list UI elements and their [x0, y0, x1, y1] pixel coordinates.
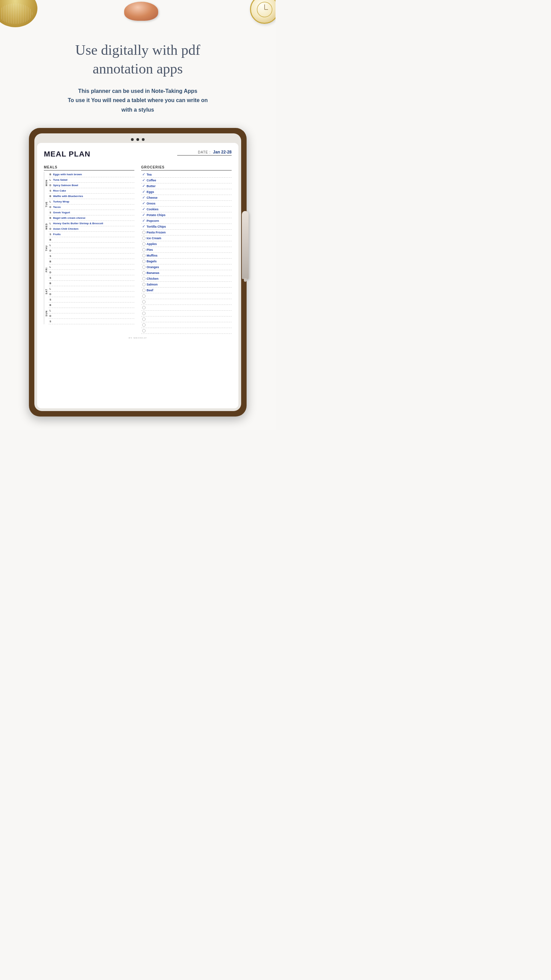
meal-name	[52, 276, 134, 279]
date-section: DATE : Jan 22-28	[177, 150, 232, 156]
groceries-column-header: GROCERIES	[141, 165, 232, 170]
grocery-name: Tea	[146, 173, 152, 176]
camera-bar	[37, 136, 238, 143]
meal-row: LHoney Garlic Butter Shrimp & Broccoli	[49, 221, 134, 226]
camera-dot-2	[137, 138, 139, 141]
grocery-empty-circle	[142, 288, 146, 292]
meal-name	[52, 298, 134, 301]
meal-row: D	[49, 313, 134, 319]
meal-name	[52, 320, 134, 323]
meal-row: BBagel with cream cheese	[49, 215, 134, 221]
grocery-item: Muffins	[141, 253, 232, 259]
grocery-checkbox	[141, 270, 146, 275]
grocery-checkmark: ✓	[141, 213, 146, 218]
grocery-name: Pasta Frozen	[146, 231, 166, 234]
body-text-line1: This planner can be used in Note-Taking …	[21, 86, 255, 95]
meal-row: D	[49, 292, 134, 297]
day-label-mon: MON	[44, 172, 49, 194]
meal-type-indicator: S	[49, 320, 52, 323]
meal-name: Greek Yogurt	[52, 211, 134, 214]
grocery-checkmark: ✓	[141, 172, 146, 177]
meal-name	[52, 260, 134, 263]
grocery-checkbox	[141, 247, 146, 252]
grocery-empty-circle	[142, 271, 146, 275]
grocery-checkbox	[141, 242, 146, 247]
meal-name: Honey Garlic Butter Shrimp & Broccoli	[52, 222, 134, 225]
grocery-item: Oranges	[141, 264, 232, 270]
grocery-item	[141, 305, 232, 311]
grocery-item	[141, 311, 232, 317]
meal-type-indicator: L	[49, 222, 52, 224]
day-section-sat: SATB L D S	[44, 281, 134, 302]
groceries-column: GROCERIES ✓Tea✓Coffee✓Butter✓Eggs✓Cheese…	[141, 165, 232, 334]
grocery-checkmark: ✓	[141, 224, 146, 229]
meal-plan-title: MEAL PLAN	[44, 150, 91, 159]
meal-row: SGreek Yogurt	[49, 210, 134, 215]
grocery-item: ✓Cookies	[141, 207, 232, 212]
grocery-empty-circle	[142, 329, 146, 332]
meal-type-indicator: S	[49, 233, 52, 235]
grocery-item	[141, 293, 232, 299]
top-decor	[0, 0, 275, 37]
meal-name	[52, 271, 134, 274]
meal-name	[52, 255, 134, 258]
grocery-checkbox	[141, 328, 146, 333]
grocery-empty-circle	[142, 266, 146, 269]
meal-slots-thu: B L D S	[49, 237, 134, 259]
meal-slots-fri: B L D S	[49, 259, 134, 281]
grocery-checkmark: ✓	[141, 207, 146, 212]
grocery-item	[141, 317, 232, 322]
grocery-item	[141, 299, 232, 305]
grocery-name: Popcorn	[146, 219, 159, 223]
meal-name	[52, 293, 134, 296]
grocery-item: ✓Cheese	[141, 195, 232, 201]
meal-name	[52, 314, 134, 318]
meal-slots-mon: BEggs with hash brownLTuna SaladDSpicy S…	[49, 172, 134, 194]
tablet-screen: MEAL PLAN DATE : Jan 22-28	[37, 143, 238, 408]
grocery-checkmark: ✓	[141, 178, 146, 183]
meal-type-indicator: B	[49, 304, 52, 306]
grocery-item: Apples	[141, 241, 232, 247]
gold-clips-decor	[0, 0, 37, 27]
meal-row: BEggs with hash brown	[49, 172, 134, 177]
tablet-outer: MEAL PLAN DATE : Jan 22-28	[29, 128, 246, 417]
grocery-checkbox	[141, 311, 146, 316]
grocery-name	[146, 300, 148, 304]
center-decor	[121, 0, 162, 30]
grocery-item: ✓Oreos	[141, 201, 232, 207]
grocery-empty-circle	[142, 277, 146, 280]
meal-type-indicator: L	[49, 288, 52, 290]
day-section-fri: FRIB L D S	[44, 259, 134, 281]
meal-row: S	[49, 253, 134, 259]
meal-name: Bagel with cream cheese	[52, 216, 134, 220]
grocery-name: Bagels	[146, 259, 157, 263]
page-wrapper: Use digitally with pdf annotation apps T…	[0, 0, 275, 430]
meal-name	[52, 249, 134, 252]
grocery-empty-circle	[142, 318, 146, 321]
grocery-empty-circle	[142, 254, 146, 257]
meal-row: B	[49, 237, 134, 243]
meal-slots-sun: B L D S	[49, 302, 134, 324]
meal-name: Asian Chili Chicken	[52, 227, 134, 231]
meal-type-indicator: B	[49, 173, 52, 176]
grocery-checkbox	[141, 288, 146, 293]
meal-type-indicator: D	[49, 250, 52, 252]
grocery-name	[146, 312, 148, 315]
meal-name: Tuna Salad	[52, 178, 134, 181]
day-label-thu: THU	[44, 237, 49, 259]
meal-type-indicator: D	[49, 293, 52, 295]
grocery-checkbox	[141, 236, 146, 240]
meal-type-indicator: D	[49, 315, 52, 317]
grocery-checkbox	[141, 259, 146, 264]
grocery-name	[146, 318, 148, 321]
meal-type-indicator: B	[49, 282, 52, 285]
date-label: DATE :	[198, 150, 211, 154]
meal-row: S	[49, 297, 134, 302]
meal-type-indicator: S	[49, 255, 52, 257]
grocery-item: Beef	[141, 288, 232, 293]
meal-row: B	[49, 302, 134, 308]
grocery-name: Oreos	[146, 202, 156, 205]
grocery-name: Ice Cream	[146, 237, 161, 240]
meals-column: MEALS MONBEggs with hash brownLTuna Sala…	[44, 165, 134, 334]
meal-name	[52, 282, 134, 285]
